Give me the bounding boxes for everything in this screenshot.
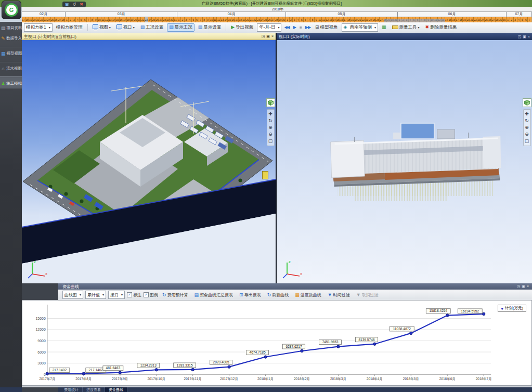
timeline-day-cell[interactable]: 22 bbox=[141, 17, 145, 22]
timeline-day-cell[interactable]: 18 bbox=[347, 17, 351, 22]
orbit-icon[interactable]: ↻ bbox=[524, 117, 530, 124]
timeline-day-cell[interactable]: 20 bbox=[355, 17, 358, 22]
view-menu-button[interactable]: 视图 ▾ bbox=[90, 23, 113, 32]
timeline-day-cell[interactable]: 1 bbox=[398, 17, 401, 22]
timeline-day-cell[interactable]: 16 bbox=[340, 17, 344, 22]
timeline-day-cell[interactable]: 30 bbox=[391, 17, 394, 22]
timeline-day-cell[interactable]: 13 bbox=[442, 17, 445, 22]
annotation-checkbox[interactable]: ✓ 标注 bbox=[127, 292, 141, 298]
fast-forward-button[interactable]: ▶▶ bbox=[304, 25, 312, 30]
progress-payment-curve-button[interactable]: ▦ 进度款曲线 bbox=[293, 291, 323, 299]
viewport-1-titlebar[interactable]: 视口1 (实际时间) ◳ ▣ × bbox=[277, 33, 532, 40]
timeline-day-cell[interactable]: 28 bbox=[163, 17, 166, 22]
timeline-day-cell[interactable]: 8 bbox=[423, 17, 427, 22]
view-preset-select[interactable]: ◈ 西南等轴侧 ▾ bbox=[342, 23, 378, 32]
close-icon[interactable]: × bbox=[528, 35, 530, 39]
timeline-day-cell[interactable]: 10 bbox=[318, 17, 322, 22]
timeline-day-cell[interactable]: 25 bbox=[372, 17, 376, 22]
timeline-day-cell[interactable]: 4 bbox=[517, 17, 521, 22]
timeline-day-cell[interactable]: 6 bbox=[524, 17, 528, 22]
timeline-day-cell[interactable]: 14 bbox=[333, 17, 336, 22]
timeline-day-cell[interactable]: 25 bbox=[485, 17, 488, 22]
timeline-day-cell[interactable]: 13 bbox=[109, 17, 112, 22]
timeline-day-cell[interactable]: 29 bbox=[279, 17, 282, 22]
timeline-day-cell[interactable]: 28 bbox=[275, 17, 279, 22]
zoom-out-icon[interactable]: ⊖ bbox=[267, 131, 274, 138]
timeline-day-cell[interactable]: 14 bbox=[445, 17, 449, 22]
timeline-day-cell[interactable]: 5 bbox=[300, 17, 304, 22]
timeline-day-cell[interactable]: 18 bbox=[25, 17, 29, 22]
timeline-day-cell[interactable]: 8 bbox=[90, 17, 94, 22]
display-setting-button[interactable]: ▤ 显示设置 bbox=[196, 23, 224, 32]
timeline-day-cell[interactable]: 21 bbox=[358, 17, 362, 22]
zoom-out-icon[interactable]: ⊖ bbox=[524, 131, 530, 138]
timeline-day-cell[interactable]: 20 bbox=[33, 17, 36, 22]
pan-icon[interactable]: ✚ bbox=[267, 111, 274, 117]
simulation-scheme-select[interactable]: 模拟方案1 ▾ bbox=[24, 23, 53, 32]
timeline-day-cell[interactable]: 13 bbox=[329, 17, 333, 22]
timeline-day-cell[interactable]: 23 bbox=[145, 17, 148, 22]
timeline-day-cell[interactable]: 16 bbox=[452, 17, 456, 22]
timeline-day-cell[interactable]: 6 bbox=[83, 17, 87, 22]
timeline-day-cell[interactable]: 23 bbox=[477, 17, 481, 22]
viewport-main-canvas[interactable]: Z X ✚ ↻ ⊕ ⊖ ▢ bbox=[22, 40, 276, 283]
timeline-day-cell[interactable]: 13 bbox=[220, 17, 224, 22]
timeline-day-cell[interactable]: 25 bbox=[51, 17, 55, 22]
maximize-icon[interactable]: ▣ bbox=[523, 35, 526, 39]
timeline-day-cell[interactable]: 7 bbox=[420, 17, 423, 22]
tab-progress-view[interactable]: 进度查看 bbox=[83, 387, 105, 392]
timeline-day-cell[interactable]: 27 bbox=[159, 17, 163, 22]
timeline-day-cell[interactable]: 30 bbox=[170, 17, 174, 22]
timeline-day-cell[interactable]: 3 bbox=[514, 17, 517, 22]
delete-icon[interactable]: ✖ bbox=[80, 3, 83, 7]
timeline-day-cell[interactable]: 17 bbox=[235, 17, 239, 22]
timeline-day-cell[interactable]: 29 bbox=[499, 17, 503, 22]
tab-cost-statistics[interactable]: 费用统计 bbox=[60, 387, 83, 392]
timeline-day-cell[interactable]: 5 bbox=[521, 17, 525, 22]
timeline-day-cell[interactable]: 15 bbox=[116, 17, 120, 22]
timeline-day-cell[interactable]: 25 bbox=[264, 17, 268, 22]
timeline-day-cell[interactable]: 23 bbox=[44, 17, 47, 22]
timeline-day-cell[interactable]: 30 bbox=[282, 17, 286, 22]
app-menu-button[interactable]: G bbox=[2, 1, 21, 19]
timeline-day-cell[interactable]: 24 bbox=[481, 17, 485, 22]
maximize-icon[interactable]: ▣ bbox=[266, 34, 270, 38]
timeline-day-cell[interactable]: 19 bbox=[463, 17, 466, 22]
cost-precalc-button[interactable]: ↻ 费用预计算 bbox=[160, 291, 190, 299]
viewport-menu-button[interactable]: 视口 ▾ bbox=[114, 23, 137, 32]
sidebar-item-project-info[interactable]: ▤ 项目资料 bbox=[0, 24, 22, 32]
timeline-day-cell[interactable]: 30 bbox=[503, 17, 507, 22]
timeline-day-cell[interactable]: 15 bbox=[336, 17, 340, 22]
timeline-day-cell[interactable]: 3 bbox=[293, 17, 296, 22]
timeline-day-cell[interactable]: 26 bbox=[268, 17, 271, 22]
timeline-day-cell[interactable]: 1 bbox=[286, 17, 290, 22]
condition-setting-button[interactable]: ▤ 工况设置 bbox=[138, 23, 166, 32]
timeline-day-cell[interactable]: 22 bbox=[362, 17, 366, 22]
timeline-day-cell[interactable]: 8 bbox=[311, 17, 315, 22]
timeline-day-cell[interactable]: 4 bbox=[188, 17, 192, 22]
timeline-day-cell[interactable]: 14 bbox=[112, 17, 116, 22]
timeline-day-cell[interactable]: 17 bbox=[344, 17, 347, 22]
save-icon[interactable]: ▣ bbox=[65, 3, 69, 7]
timeline-day-cell[interactable]: 27 bbox=[58, 17, 62, 22]
timeline-day-cell[interactable]: 11 bbox=[214, 17, 217, 22]
timeline-day-cell[interactable]: 22 bbox=[253, 17, 257, 22]
timeline-day-cell[interactable]: 21 bbox=[138, 17, 141, 22]
timeline-day-cell[interactable]: 21 bbox=[470, 17, 474, 22]
scheme-manage-button[interactable]: 模拟方案管理 bbox=[54, 23, 85, 32]
viewport-main-titlebar[interactable]: 主视口 (计划时间)(当前视口) ◳ ▣ × bbox=[22, 33, 276, 40]
pin-icon[interactable]: ◳ bbox=[517, 284, 521, 289]
time-filter-button[interactable]: ▼ 时间过滤 bbox=[326, 291, 352, 299]
timeline-day-cell[interactable]: 29 bbox=[166, 17, 170, 22]
timeline-day-cell[interactable]: 7 bbox=[87, 17, 90, 22]
timeline-day-cell[interactable]: 21 bbox=[36, 17, 40, 22]
pin-icon[interactable]: ◳ bbox=[518, 35, 522, 39]
sidebar-item-data-import[interactable]: ✎ 数据导入 bbox=[0, 34, 22, 43]
timeline-day-cell[interactable]: 26 bbox=[155, 17, 159, 22]
sidebar-item-model-view[interactable]: ▦ 模型视图 bbox=[0, 47, 22, 58]
timeline-day-cell[interactable]: 12 bbox=[217, 17, 220, 22]
timeline-day-cell[interactable]: 10 bbox=[210, 17, 214, 22]
funds-summary-report-button[interactable]: ▤ 资金曲线汇总报表 bbox=[192, 291, 236, 299]
timeline-day-cell[interactable]: 7 bbox=[307, 17, 311, 22]
timeline-day-cell[interactable]: 26 bbox=[376, 17, 380, 22]
